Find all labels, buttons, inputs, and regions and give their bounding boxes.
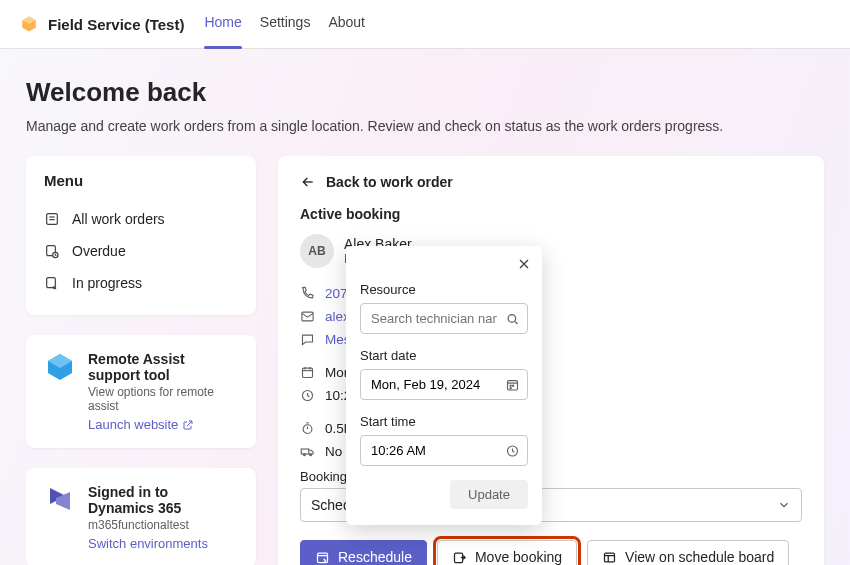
- tab-about[interactable]: About: [328, 8, 365, 40]
- menu-item-label: In progress: [72, 275, 142, 291]
- svg-point-18: [303, 454, 305, 456]
- timer-icon: [300, 421, 315, 436]
- action-buttons: Reschedule Move booking View on schedule…: [300, 540, 802, 565]
- app-title: Field Service (Test): [48, 16, 184, 33]
- back-to-work-order[interactable]: Back to work order: [300, 174, 802, 190]
- move-icon: [452, 550, 467, 565]
- progress-icon: [44, 275, 60, 291]
- chat-icon: [300, 332, 315, 347]
- overdue-icon: [44, 243, 60, 259]
- remote-sub: View options for remote assist: [88, 385, 238, 413]
- starttime-input[interactable]: [360, 435, 528, 466]
- reschedule-label: Reschedule: [338, 549, 412, 565]
- back-label: Back to work order: [326, 174, 453, 190]
- menu-item-overdue[interactable]: Overdue: [44, 235, 238, 267]
- left-column: Menu All work orders Overdue In progress: [26, 156, 256, 565]
- signedin-card: Signed in to Dynamics 365 m365functional…: [26, 468, 256, 565]
- view-schedule-button[interactable]: View on schedule board: [587, 540, 789, 565]
- tab-settings[interactable]: Settings: [260, 8, 311, 40]
- header-tabs: Home Settings About: [204, 8, 365, 40]
- startdate-input[interactable]: [360, 369, 528, 400]
- tab-home[interactable]: Home: [204, 8, 241, 40]
- svg-rect-7: [47, 278, 56, 288]
- app-icon: [20, 15, 38, 33]
- mail-icon: [300, 309, 315, 324]
- main-panel: Back to work order Active booking AB Ale…: [278, 156, 824, 565]
- clock-icon: [300, 388, 315, 403]
- close-icon[interactable]: [516, 256, 532, 272]
- menu-card: Menu All work orders Overdue In progress: [26, 156, 256, 315]
- menu-item-label: All work orders: [72, 211, 165, 227]
- view-label: View on schedule board: [625, 549, 774, 565]
- remote-link[interactable]: Launch website: [88, 417, 194, 432]
- signedin-title: Signed in to Dynamics 365: [88, 484, 238, 516]
- startdate-label: Start date: [360, 348, 528, 363]
- menu-item-in-progress[interactable]: In progress: [44, 267, 238, 299]
- app-brand: Field Service (Test): [20, 15, 184, 33]
- arrow-left-icon: [300, 174, 316, 190]
- page: Welcome back Manage and create work orde…: [0, 49, 850, 565]
- avatar: AB: [300, 234, 334, 268]
- list-icon: [44, 211, 60, 227]
- signedin-link[interactable]: Switch environments: [88, 536, 208, 551]
- resource-label: Resource: [360, 282, 528, 297]
- update-button[interactable]: Update: [450, 480, 528, 509]
- menu-item-all-work-orders[interactable]: All work orders: [44, 203, 238, 235]
- menu-title: Menu: [44, 172, 238, 189]
- external-link-icon: [182, 419, 194, 431]
- menu-item-label: Overdue: [72, 243, 126, 259]
- resource-search-input[interactable]: [360, 303, 528, 334]
- reschedule-icon: [315, 550, 330, 565]
- svg-point-19: [310, 454, 312, 456]
- topbar: Field Service (Test) Home Settings About: [0, 0, 850, 49]
- board-icon: [602, 550, 617, 565]
- remote-title: Remote Assist support tool: [88, 351, 238, 383]
- svg-rect-17: [301, 449, 309, 454]
- starttime-label: Start time: [360, 414, 528, 429]
- chevron-down-icon: [777, 498, 791, 512]
- svg-rect-2: [47, 214, 58, 225]
- phone-icon: [300, 286, 315, 301]
- move-booking-button[interactable]: Move booking: [437, 540, 577, 565]
- truck-icon: [300, 444, 315, 459]
- signedin-sub: m365functionaltest: [88, 518, 238, 532]
- calendar-icon: [300, 365, 315, 380]
- page-subtitle: Manage and create work orders from a sin…: [26, 118, 824, 134]
- hexagon-icon: [44, 351, 76, 383]
- page-title: Welcome back: [26, 77, 824, 108]
- remote-assist-card: Remote Assist support tool View options …: [26, 335, 256, 448]
- dynamics-icon: [44, 484, 76, 516]
- active-booking-label: Active booking: [300, 206, 802, 222]
- move-booking-popover: Resource Start date Start time Update: [346, 246, 542, 525]
- svg-rect-23: [605, 553, 615, 562]
- reschedule-button[interactable]: Reschedule: [300, 540, 427, 565]
- svg-rect-11: [303, 368, 313, 377]
- move-label: Move booking: [475, 549, 562, 565]
